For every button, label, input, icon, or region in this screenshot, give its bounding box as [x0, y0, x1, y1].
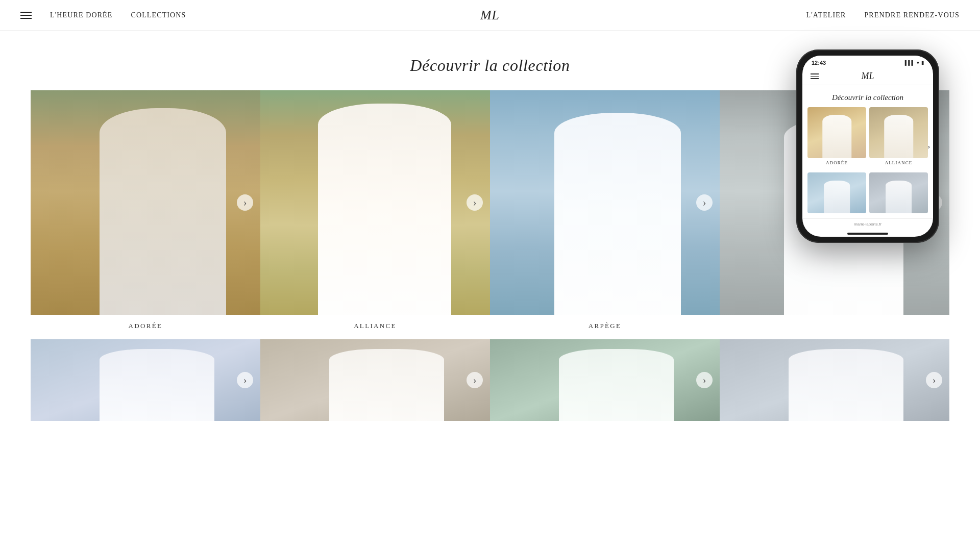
arpege-name: ARPÈGE	[490, 315, 720, 334]
arpege-image	[490, 90, 720, 315]
phone-footer: marie-laporte.fr	[802, 218, 933, 230]
row2-4-arrow[interactable]: ›	[926, 372, 942, 388]
wifi-icon: ▾	[917, 60, 919, 65]
phone-grid-row1: › ADORÉE › ALLIANCE	[802, 107, 933, 172]
phone-mockup: 12:43 ▌▌▌ ▾ ▮ ML	[796, 49, 949, 243]
row2-4-image-container: ›	[720, 339, 949, 421]
phone-container: 12:43 ▌▌▌ ▾ ▮ ML	[796, 49, 949, 243]
row2-2-image-container: ›	[260, 339, 490, 421]
header-left: L'HEURE DORÉE COLLECTIONS	[20, 11, 186, 19]
hamburger-icon[interactable]	[20, 12, 32, 19]
row2-2-arrow[interactable]: ›	[467, 372, 483, 388]
phone-shell: 12:43 ▌▌▌ ▾ ▮ ML	[796, 49, 939, 243]
nav-rdv[interactable]: PRENDRE RENDEZ-VOUS	[864, 11, 960, 19]
nav-collections[interactable]: COLLECTIONS	[131, 11, 186, 19]
row2-3-arrow[interactable]: ›	[696, 372, 713, 388]
collection-item-arpege[interactable]: › ARPÈGE	[490, 90, 720, 334]
phone-status-bar: 12:43 ▌▌▌ ▾ ▮	[802, 56, 933, 68]
alliance-arrow[interactable]: ›	[467, 194, 483, 211]
phone-time: 12:43	[812, 60, 826, 66]
row2-1-image	[31, 339, 260, 421]
phone-img4	[869, 172, 928, 213]
collection-item-adoree[interactable]: › ADORÉE	[31, 90, 260, 334]
row2-1-arrow[interactable]: ›	[237, 372, 253, 388]
nav-atelier[interactable]: L'ATELIER	[806, 11, 846, 19]
phone-img3	[807, 172, 866, 213]
collection-item-row2-3[interactable]: ›	[490, 339, 720, 421]
phone-grid-arrow-4[interactable]: ›	[928, 142, 930, 150]
adoree-image	[31, 90, 260, 315]
row2-1-image-container: ›	[31, 339, 260, 421]
fourth-name	[720, 315, 949, 326]
collection-grid-row2: › › › ›	[0, 339, 980, 421]
phone-hamburger-icon[interactable]	[811, 73, 819, 79]
phone-header: ML	[802, 68, 933, 85]
phone-grid-item-adoree[interactable]: › ADORÉE	[807, 107, 866, 167]
phone-alliance-img	[869, 107, 928, 158]
phone-adoree-label: ADORÉE	[807, 158, 866, 167]
arpege-arrow[interactable]: ›	[696, 194, 713, 211]
phone-screen: 12:43 ▌▌▌ ▾ ▮ ML	[802, 56, 933, 237]
site-header: L'HEURE DORÉE COLLECTIONS ML L'ATELIER P…	[0, 0, 980, 31]
grid-wrapper: 12:43 ▌▌▌ ▾ ▮ ML	[0, 90, 980, 421]
collection-item-row2-1[interactable]: ›	[31, 339, 260, 421]
header-right: L'ATELIER PRENDRE RENDEZ-VOUS	[806, 11, 960, 19]
row2-3-image	[490, 339, 720, 421]
alliance-name: ALLIANCE	[260, 315, 490, 334]
phone-logo: ML	[861, 71, 874, 82]
phone-grid-item-3[interactable]: ›	[807, 172, 866, 213]
phone-status-icons: ▌▌▌ ▾ ▮	[905, 60, 924, 65]
alliance-image-container: ›	[260, 90, 490, 315]
phone-title-section: Découvrir la collection	[802, 85, 933, 107]
phone-grid-item-4[interactable]: ›	[869, 172, 928, 213]
site-logo[interactable]: ML	[480, 8, 500, 23]
collection-item-row2-4[interactable]: ›	[720, 339, 949, 421]
row2-4-image	[720, 339, 949, 421]
collection-item-row2-2[interactable]: ›	[260, 339, 490, 421]
phone-alliance-label: ALLIANCE	[869, 158, 928, 167]
phone-home-bar[interactable]	[847, 233, 888, 235]
row2-2-image	[260, 339, 490, 421]
alliance-image	[260, 90, 490, 315]
phone-grid-item-alliance[interactable]: › ALLIANCE	[869, 107, 928, 167]
adoree-image-container: ›	[31, 90, 260, 315]
phone-grid-row2: › ›	[802, 172, 933, 218]
nav-lheure-doree[interactable]: L'HEURE DORÉE	[50, 11, 112, 19]
adoree-arrow[interactable]: ›	[237, 194, 253, 211]
battery-icon: ▮	[921, 60, 924, 65]
phone-title: Découvrir la collection	[807, 93, 928, 102]
row2-3-image-container: ›	[490, 339, 720, 421]
adoree-name: ADORÉE	[31, 315, 260, 334]
collection-item-alliance[interactable]: › ALLIANCE	[260, 90, 490, 334]
phone-adoree-img	[807, 107, 866, 158]
signal-icon: ▌▌▌	[905, 60, 915, 65]
arpege-image-container: ›	[490, 90, 720, 315]
